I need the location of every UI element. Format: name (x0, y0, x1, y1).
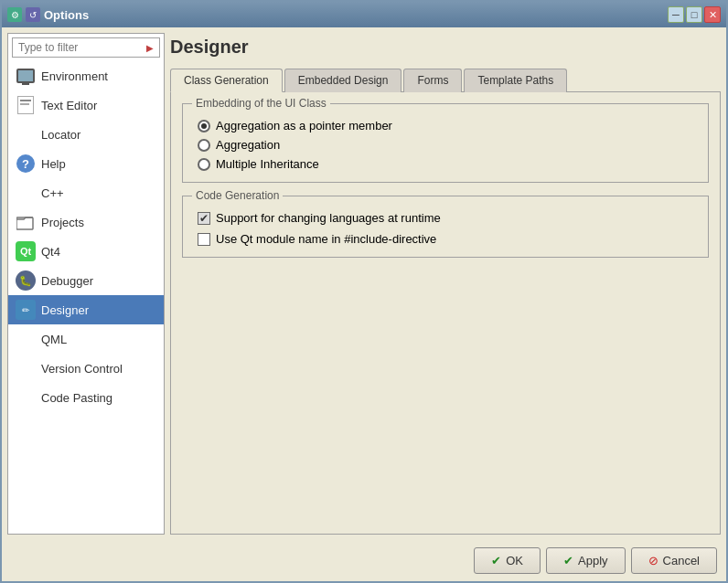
designer-icon: ✏ (16, 300, 36, 320)
radio-multiple-inheritance-label: Multiple Inheritance (216, 157, 319, 171)
radio-aggregation-label: Aggregation (216, 138, 280, 152)
radio-aggregation[interactable]: Aggregation (198, 138, 693, 152)
sidebar-label-qml: QML (41, 333, 67, 346)
code-generation-section: Code Generation ✔ Support for changing l… (182, 196, 709, 258)
checkbox-support-languages-label: Support for changing languages at runtim… (216, 211, 441, 225)
sidebar-item-version-control[interactable]: Version Control (8, 354, 164, 383)
filter-arrow-icon: ▶ (146, 43, 154, 53)
minimize-button[interactable]: ─ (668, 6, 684, 23)
sidebar-label-code-pasting: Code Pasting (41, 391, 112, 405)
tab-content-class-generation: Embedding of the UI Class Aggregation as… (170, 92, 721, 535)
sidebar-label-qt4: Qt4 (41, 245, 60, 259)
bottom-bar: ✔ OK ✔ Apply ⊘ Cancel (2, 540, 726, 581)
close-button[interactable]: ✕ (704, 6, 721, 23)
code-generation-checkbox-group: ✔ Support for changing languages at runt… (198, 211, 693, 246)
checkbox-qt-module-name[interactable]: Use Qt module name in #include-directive (198, 232, 693, 246)
code-generation-section-title: Code Generation (192, 189, 283, 202)
apply-label: Apply (578, 554, 608, 567)
qt4-icon: Qt (16, 241, 36, 261)
tab-embedded-design[interactable]: Embedded Design (284, 69, 402, 92)
filter-field[interactable] (18, 41, 146, 54)
filter-input-wrapper[interactable]: ▶ (12, 37, 160, 58)
radio-multiple-inheritance[interactable]: Multiple Inheritance (198, 157, 693, 171)
code-pasting-icon (16, 387, 36, 408)
help-icon: ? (16, 154, 36, 174)
sidebar-item-cpp[interactable]: C++ (8, 178, 164, 207)
titlebar: ⚙ ↺ Options ─ □ ✕ (2, 2, 726, 27)
ok-icon: ✔ (491, 554, 501, 567)
sidebar-label-projects: Projects (41, 216, 84, 229)
tab-template-paths[interactable]: Template Paths (464, 69, 567, 92)
debugger-icon: 🐛 (16, 270, 36, 291)
cancel-icon: ⊘ (648, 554, 658, 567)
sidebar-label-version-control: Version Control (41, 362, 123, 376)
sidebar-item-debugger[interactable]: 🐛 Debugger (8, 266, 164, 295)
radio-aggregation-input[interactable] (198, 139, 210, 152)
apply-icon: ✔ (563, 554, 573, 567)
radio-aggregation-pointer-label: Aggregation as a pointer member (216, 119, 392, 132)
checkbox-support-languages[interactable]: ✔ Support for changing languages at runt… (198, 211, 693, 225)
apply-button[interactable]: ✔ Apply (546, 547, 626, 574)
sidebar-item-help[interactable]: ? Help (8, 149, 164, 178)
right-panel: Designer Class Generation Embedded Desig… (170, 33, 721, 535)
app-icon: ⚙ (7, 7, 22, 22)
sidebar-item-designer[interactable]: ✏ Designer (8, 295, 164, 324)
sidebar-label-text-editor: Text Editor (41, 99, 97, 112)
radio-multiple-inheritance-input[interactable] (198, 158, 210, 171)
ok-label: OK (506, 554, 523, 567)
sidebar-label-designer: Designer (41, 303, 89, 317)
sidebar-item-projects[interactable]: Projects (8, 207, 164, 237)
tab-class-generation[interactable]: Class Generation (170, 69, 283, 92)
version-control-icon (16, 358, 36, 378)
monitor-icon (16, 66, 36, 86)
maximize-button[interactable]: □ (686, 6, 702, 23)
sidebar-label-environment: Environment (41, 69, 108, 83)
options-window: ⚙ ↺ Options ─ □ ✕ ▶ Environment (0, 0, 728, 583)
sidebar: ▶ Environment Text Editor L (7, 33, 165, 535)
text-editor-icon (16, 95, 36, 115)
sidebar-label-debugger: Debugger (41, 274, 93, 288)
sidebar-item-code-pasting[interactable]: Code Pasting (8, 383, 164, 412)
main-content: ▶ Environment Text Editor L (2, 27, 726, 540)
tab-forms[interactable]: Forms (403, 69, 462, 92)
sidebar-label-cpp: C++ (41, 186, 64, 200)
qml-icon (16, 329, 36, 349)
sidebar-label-locator: Locator (41, 128, 80, 142)
projects-icon (16, 212, 36, 232)
titlebar-left: ⚙ ↺ Options (7, 7, 89, 22)
radio-aggregation-pointer[interactable]: Aggregation as a pointer member (198, 119, 693, 132)
radio-aggregation-pointer-input[interactable] (198, 120, 210, 132)
cancel-button[interactable]: ⊘ Cancel (631, 547, 717, 574)
sidebar-label-help: Help (41, 157, 66, 171)
embedding-section-title: Embedding of the UI Class (192, 97, 330, 110)
sidebar-list: Environment Text Editor Locator ? (8, 61, 164, 534)
embedding-radio-group: Aggregation as a pointer member Aggregat… (198, 119, 693, 171)
locator-icon (16, 124, 36, 144)
cpp-icon (16, 183, 36, 203)
app-icon2: ↺ (26, 7, 40, 22)
sidebar-item-qt4[interactable]: Qt Qt4 (8, 237, 164, 266)
sidebar-item-qml[interactable]: QML (8, 324, 164, 354)
page-title: Designer (170, 33, 721, 61)
window-controls: ─ □ ✕ (668, 6, 721, 23)
sidebar-item-environment[interactable]: Environment (8, 61, 164, 90)
cancel-label: Cancel (663, 554, 700, 567)
sidebar-item-locator[interactable]: Locator (8, 120, 164, 149)
sidebar-item-text-editor[interactable]: Text Editor (8, 90, 164, 120)
checkbox-qt-module-name-label: Use Qt module name in #include-directive (216, 232, 436, 246)
window-title: Options (44, 8, 89, 22)
embedding-section: Embedding of the UI Class Aggregation as… (182, 103, 709, 183)
ok-button[interactable]: ✔ OK (474, 547, 541, 574)
checkbox-qt-module-name-input[interactable] (198, 233, 210, 246)
tab-bar: Class Generation Embedded Design Forms T… (170, 69, 721, 92)
checkbox-support-languages-input[interactable]: ✔ (198, 212, 210, 225)
